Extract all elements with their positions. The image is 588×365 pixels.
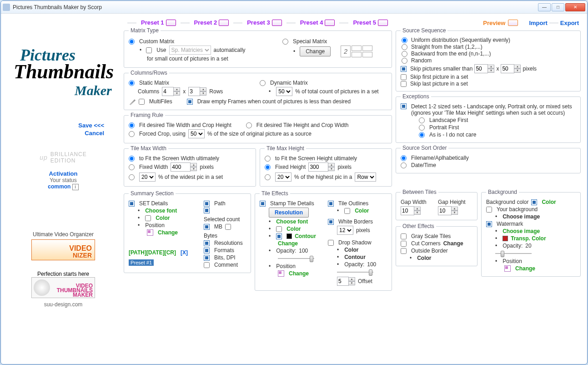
seq-backward-radio[interactable] [402,51,407,57]
seq-straight-radio[interactable] [402,44,407,50]
minimize-button[interactable]: — [538,3,551,11]
set-details-checkbox[interactable] [129,201,135,207]
sort-date-radio[interactable] [401,162,407,168]
outside-border-checkbox[interactable] [401,248,407,254]
spmatrix-select[interactable]: Sp. Matricies [169,46,211,55]
te-contour-link[interactable]: Contour [295,233,316,239]
special-matrix-radio[interactable] [282,39,288,45]
te-position-change-link[interactable]: Change [289,270,309,277]
bits-checkbox[interactable] [204,255,210,261]
bgcolor-link[interactable]: Color [542,199,556,205]
bgcolor-checkbox[interactable] [531,199,537,205]
tmh-pct-select[interactable]: 20 [275,172,291,182]
tmw-fit-radio[interactable] [129,156,135,162]
fit-width-radio[interactable] [129,122,135,128]
cutcorners-checkbox[interactable] [401,241,407,247]
change-matrix-button[interactable]: Change [300,46,331,56]
offset-input[interactable] [337,277,349,286]
resolutions-checkbox[interactable] [204,240,210,246]
close-button[interactable]: ✕ [565,3,585,11]
portrait-first-radio[interactable] [419,125,425,131]
maximize-button[interactable]: □ [552,3,564,11]
seq-uniform-radio[interactable] [402,37,407,43]
tmh-fit-radio[interactable] [265,156,271,162]
preset-4-tab[interactable]: Preset 4 [297,18,338,27]
skip-smaller-checkbox[interactable] [401,66,407,72]
te-choosefont-link[interactable]: Choose font [276,218,308,225]
choose-font-link[interactable]: Choose font [145,208,177,214]
shadow-opacity-slider[interactable] [337,269,373,276]
info-icon[interactable]: i [72,184,79,190]
gap-width-input[interactable] [401,206,414,215]
detect-sets-checkbox[interactable] [401,103,407,109]
te-color-checkbox[interactable] [276,226,282,232]
drawempty-checkbox[interactable] [187,99,193,105]
te-color-link[interactable]: Color [286,226,301,232]
forced-crop-radio[interactable] [129,131,135,137]
use-spmatrix-checkbox[interactable] [146,47,152,53]
resolution-button[interactable]: Resolution [269,208,309,218]
tmh-row-select[interactable]: Row [355,172,376,182]
tmh-pct-radio[interactable] [265,174,271,180]
position-change-link[interactable]: Change [158,229,178,236]
export-button[interactable]: Export [560,20,579,26]
asis-radio[interactable] [419,132,425,138]
color-link[interactable]: Color [156,215,170,221]
tmh-fixed-radio[interactable] [265,164,271,170]
activation-link[interactable]: Activation [48,170,78,177]
skip-first-checkbox[interactable] [401,74,407,80]
skip-last-checkbox[interactable] [401,81,407,87]
wm-position-change-link[interactable]: Change [515,265,535,272]
bytes-checkbox[interactable] [225,224,231,230]
stamp-opacity-slider[interactable] [278,255,314,262]
cutcorners-change-link[interactable]: Change [443,240,463,247]
te-contour-checkbox[interactable] [276,233,282,239]
videonizer-link[interactable]: NIZER VIDEO [31,239,95,260]
grayscale-checkbox[interactable] [401,233,407,239]
tmw-fixed-input[interactable] [171,162,191,172]
sort-filename-radio[interactable] [401,155,407,161]
website-link[interactable]: suu-design.com [31,301,95,308]
preset-2-tab[interactable]: Preset 2 [191,18,232,27]
whiteborder-select[interactable]: 12 [337,226,353,235]
formats-checkbox[interactable] [204,248,210,253]
wm-chooseimage-link[interactable]: Choose image [503,228,540,234]
cancel-button[interactable]: Cancel [22,130,104,137]
wm-opacity-slider[interactable] [495,250,532,257]
preset-name-field[interactable]: Preset #1 [129,259,154,266]
watermark-checkbox[interactable] [486,221,492,227]
path-x-link[interactable]: [X] [181,249,188,256]
yourbg-checkbox[interactable] [486,207,492,213]
path-checkbox[interactable] [204,201,210,207]
preset-5-tab[interactable]: Preset 5 [350,18,391,27]
rows-input[interactable] [188,87,200,96]
selcount-checkbox[interactable] [204,208,210,213]
te-contour-change-link[interactable]: Change [278,240,298,247]
multifiles-checkbox[interactable] [139,99,145,105]
custom-matrix-radio[interactable] [129,39,135,45]
outlines-color-link[interactable]: Color [355,208,369,214]
columns-input[interactable] [162,87,174,96]
preset-3-tab[interactable]: Preset 3 [244,18,285,27]
forced-pct-select[interactable]: 50 [188,129,205,138]
comment-checkbox[interactable] [204,262,210,268]
landscape-first-radio[interactable] [419,117,425,123]
fit-height-radio[interactable] [246,122,252,128]
preview-tab[interactable]: Preview [483,20,505,26]
outlines-color-checkbox[interactable] [344,208,350,214]
whiteborders-checkbox[interactable] [328,219,334,225]
transp-color-link[interactable]: Transp. Color [511,235,546,242]
mb-checkbox[interactable] [204,224,210,230]
skip-w-input[interactable] [474,64,488,73]
preset-1-tab[interactable]: Preset 1 [138,18,179,27]
tmw-pct-radio[interactable] [129,174,135,180]
outlines-checkbox[interactable] [328,201,334,207]
gap-height-input[interactable] [438,206,452,215]
stamp-checkbox[interactable] [260,201,266,207]
dynamic-pct-select[interactable]: 50 [276,87,292,96]
static-matrix-radio[interactable] [129,80,135,86]
tmh-fixed-input[interactable] [308,162,328,172]
dynamic-matrix-radio[interactable] [260,80,266,86]
tmw-fixed-radio[interactable] [129,164,135,170]
save-button[interactable]: Save <<< [22,122,104,129]
